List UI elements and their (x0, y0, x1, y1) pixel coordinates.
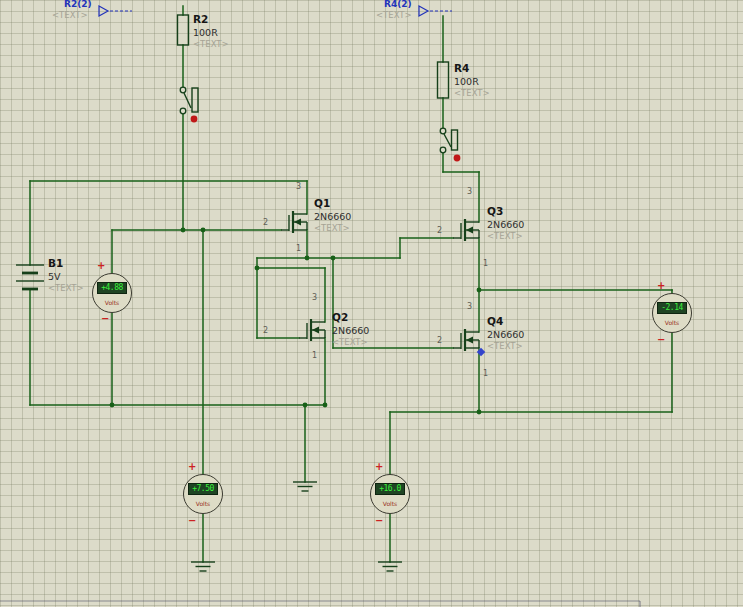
minus-terminal-mark: − (101, 314, 109, 324)
voltmeter-display: +7.50 (188, 483, 218, 495)
probe-label-r2: R2(2) (64, 0, 92, 9)
b1-value: 5V (48, 272, 61, 282)
q3-pin-number: 1 (483, 260, 488, 268)
q4-pin-number: 1 (483, 370, 488, 378)
probe-placeholder: <TEXT> (52, 11, 88, 20)
unconnected-pin-marker (454, 155, 461, 162)
voltmeter-display: +16.0 (375, 483, 405, 495)
q1-pin-number: 3 (296, 183, 301, 191)
q3-pin-number: 2 (437, 227, 442, 235)
voltage-probe-r4[interactable] (419, 6, 452, 16)
origin-marker (477, 348, 485, 356)
voltmeter-right[interactable]: -2.14 Volts (652, 293, 692, 333)
voltmeter-unit: Volts (653, 319, 691, 326)
q2-value: 2N6660 (332, 326, 369, 336)
b1-ref: B1 (48, 258, 63, 269)
junction-dot (477, 288, 482, 293)
minus-terminal-mark: − (375, 516, 383, 526)
schematic-canvas[interactable]: R2(2) <TEXT> R4(2) <TEXT> R2 100R <TEXT>… (0, 0, 743, 607)
q2-ref: Q2 (332, 312, 348, 323)
switch-contact[interactable] (180, 108, 186, 114)
mosfet-q2-symbol[interactable] (299, 319, 325, 341)
voltmeter-left[interactable]: +7.50 Volts (183, 474, 223, 514)
plus-terminal-mark: + (657, 281, 665, 291)
r2-placeholder: <TEXT> (193, 40, 229, 49)
q4-value: 2N6660 (487, 330, 524, 340)
switch-contact[interactable] (180, 87, 186, 93)
probe-placeholder: <TEXT> (376, 11, 412, 20)
q2-pin-number: 3 (312, 294, 317, 302)
switch-contact[interactable] (440, 147, 446, 153)
probe-arrow-icon (419, 6, 428, 16)
q2-pin-number: 2 (263, 327, 268, 335)
q3-ref: Q3 (487, 206, 503, 217)
resistor-r4-symbol[interactable] (438, 62, 449, 98)
q1-ref: Q1 (314, 198, 330, 209)
switch-body[interactable] (452, 130, 458, 150)
switch-lever[interactable] (184, 93, 191, 108)
q3-pin-number: 3 (467, 188, 472, 196)
plus-terminal-mark: + (188, 462, 196, 472)
mosfet-q1-symbol[interactable] (281, 211, 307, 233)
resistor-r2-symbol[interactable] (178, 15, 189, 45)
voltage-probe-r2[interactable] (99, 6, 132, 16)
voltmeter-unit: Volts (371, 500, 409, 507)
mosfet-q4-symbol[interactable] (453, 329, 479, 351)
ground-symbol[interactable] (191, 562, 215, 571)
probe-label-r4: R4(2) (384, 0, 412, 9)
q3-placeholder: <TEXT> (487, 232, 523, 241)
q1-value: 2N6660 (314, 212, 351, 222)
switch-contact[interactable] (440, 128, 446, 134)
junction-dot (331, 256, 336, 261)
plus-terminal-mark: + (97, 261, 105, 271)
r2-value: 100R (193, 28, 218, 38)
q1-pin-number: 1 (296, 245, 301, 253)
voltmeter-unit: Volts (184, 500, 222, 507)
q4-placeholder: <TEXT> (487, 342, 523, 351)
r2-ref: R2 (193, 14, 208, 25)
junction-dot (110, 403, 115, 408)
q2-pin-number: 1 (312, 352, 317, 360)
junctions (110, 228, 482, 415)
voltmeter-unit: Volts (93, 299, 131, 306)
ground-symbol[interactable] (293, 482, 317, 491)
junction-dot (181, 228, 186, 233)
r4-ref: R4 (454, 63, 469, 74)
unconnected-pin-marker (191, 116, 198, 123)
voltmeter-mid[interactable]: +16.0 Volts (370, 474, 410, 514)
switch-lever[interactable] (444, 134, 451, 147)
mosfet-q3-symbol[interactable] (453, 219, 479, 241)
battery-b1-symbol[interactable] (16, 265, 44, 289)
q3-value: 2N6660 (487, 220, 524, 230)
q1-placeholder: <TEXT> (314, 224, 350, 233)
probe-arrow-icon (99, 6, 108, 16)
voltmeter-display: +4.88 (97, 282, 127, 294)
switch-body[interactable] (192, 88, 198, 112)
junction-dot (255, 266, 260, 271)
q4-pin-number: 3 (467, 303, 472, 311)
q4-ref: Q4 (487, 316, 503, 327)
q4-pin-number: 2 (437, 337, 442, 345)
q2-placeholder: <TEXT> (332, 338, 368, 347)
minus-terminal-mark: − (188, 516, 196, 526)
junction-dot (303, 403, 308, 408)
q1-pin-number: 2 (263, 219, 268, 227)
junction-dot (323, 403, 328, 408)
junction-dot (201, 228, 206, 233)
b1-placeholder: <TEXT> (48, 284, 84, 293)
minus-terminal-mark: − (657, 335, 665, 345)
r4-value: 100R (454, 77, 479, 87)
plus-terminal-mark: + (375, 462, 383, 472)
r4-placeholder: <TEXT> (454, 89, 490, 98)
voltmeter-battery[interactable]: +4.88 Volts (92, 273, 132, 313)
junction-dot (477, 410, 482, 415)
ground-symbol[interactable] (378, 562, 402, 571)
junction-dot (305, 256, 310, 261)
voltmeter-display: -2.14 (657, 302, 687, 314)
